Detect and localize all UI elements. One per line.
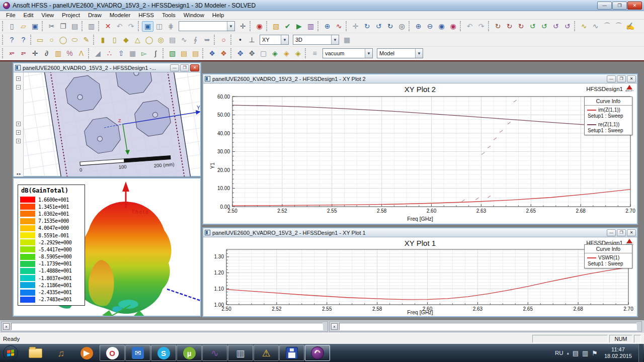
boundary-display-icon[interactable]: ◉ <box>254 21 265 32</box>
model-combo[interactable]: Model▼ <box>377 48 423 58</box>
media-player-icon[interactable]: ▶ <box>74 345 99 361</box>
minimize-button[interactable]: — <box>597 2 612 10</box>
modeler-minimize-button[interactable]: — <box>170 64 179 71</box>
modeler-close-button[interactable]: ✕ <box>190 64 199 71</box>
tree-expand-box[interactable]: + <box>16 139 21 143</box>
select-face-icon[interactable]: ◫ <box>153 21 165 32</box>
plot1-chart[interactable]: 2.502.522.552.582.602.632.652.682.701.00… <box>203 237 637 316</box>
zoom-selection-icon[interactable]: ◉ <box>447 21 459 32</box>
open-icon[interactable]: ▱ <box>18 21 29 32</box>
start-button[interactable] <box>2 345 22 361</box>
rotate-model-2-icon[interactable]: ↻ <box>504 21 515 32</box>
draw-sphere-icon[interactable]: ◯ <box>143 35 155 45</box>
plot2-chart[interactable]: 2.502.522.552.582.602.632.652.682.700.00… <box>203 83 637 224</box>
menu-item[interactable]: View <box>37 12 58 19</box>
toolbar-drag-handle[interactable] <box>2 48 5 58</box>
close-button[interactable]: ✕ <box>627 2 642 10</box>
toolbar-drag-handle[interactable] <box>2 21 5 31</box>
chevron-down-icon[interactable]: ▼ <box>415 49 423 58</box>
cable-tool-icon[interactable]: ∿ <box>202 345 227 361</box>
draw-sweep-icon[interactable]: ➥ <box>201 35 213 45</box>
non-model-icon[interactable]: ○ <box>218 35 229 45</box>
layers-icon[interactable]: ≡ <box>309 48 320 59</box>
rotate-axis-icon[interactable]: ↺ <box>373 21 384 32</box>
coord-z-icon[interactable]: z= <box>18 48 29 59</box>
arc-2-icon[interactable]: ⌒ <box>613 21 624 32</box>
menu-item[interactable]: Modeler <box>106 12 135 19</box>
delete-icon[interactable]: ✕ <box>102 21 114 32</box>
tray-icon[interactable]: ▤ <box>573 349 579 357</box>
integral-icon[interactable]: ∫ <box>150 48 162 59</box>
help-icon[interactable]: ? <box>6 35 18 45</box>
measure-icon[interactable]: ✛ <box>237 21 249 32</box>
sweep-setup-icon[interactable]: ▤ <box>190 48 201 59</box>
menu-item[interactable]: Project <box>58 12 84 19</box>
draw-plane-icon[interactable]: ⊥ <box>246 35 258 45</box>
plot2-maximize-button[interactable]: ❐ <box>617 75 626 82</box>
mail-icon[interactable]: ✉ <box>125 345 150 361</box>
validation-check-icon[interactable]: ✔ <box>282 21 293 32</box>
curve-2-icon[interactable]: ∿ <box>590 21 601 32</box>
mesh-blue-icon[interactable]: ❖ <box>206 48 218 59</box>
edit-points-icon[interactable]: ✍ <box>624 21 636 32</box>
orient-icon[interactable]: ↻ <box>384 21 396 32</box>
zoom-window-icon[interactable]: ◉ <box>436 21 447 32</box>
farfield-sphere-icon[interactable]: ◈ <box>269 48 281 59</box>
zoom-in-icon[interactable]: ⊕ <box>413 21 424 32</box>
windows-flag-icon[interactable] <box>3 345 18 360</box>
field-overlay-icon[interactable]: ✥ <box>246 48 258 59</box>
zoom-magnifier-icon[interactable]: ⊕ <box>321 21 333 32</box>
validate-icon[interactable]: ▧ <box>270 21 282 32</box>
menu-item[interactable]: File <box>2 12 20 19</box>
save-icon[interactable]: ▣ <box>29 21 41 32</box>
menu-item[interactable]: Edit <box>20 12 38 19</box>
plane-combo[interactable]: XY▼ <box>260 35 289 45</box>
histogram-icon[interactable]: ▥ <box>52 48 64 59</box>
arc-1-icon[interactable]: ⌒ <box>601 21 613 32</box>
draw-spiral-icon[interactable]: ∮ <box>190 35 201 45</box>
lambda-refine-icon[interactable]: Λ <box>75 48 87 59</box>
view-mode-combo[interactable]: 3D▼ <box>293 35 339 45</box>
spin-1-icon[interactable]: ↺ <box>527 21 538 32</box>
selection-combo[interactable]: ▼ <box>179 21 235 31</box>
message-panel-close-button[interactable]: x <box>3 323 10 330</box>
coord-x-icon[interactable]: x= <box>6 48 18 59</box>
spin-3-icon[interactable]: ↺ <box>550 21 561 32</box>
tree-expand-box[interactable]: + <box>16 122 21 126</box>
colored-spheres-icon[interactable]: ∴ <box>104 48 115 59</box>
arrow-up-icon[interactable]: ⇧ <box>115 48 127 59</box>
plot2-close-button[interactable]: ✕ <box>627 75 636 82</box>
show-desktop-button[interactable] <box>638 344 643 362</box>
draw-polyline-icon[interactable]: ✎ <box>80 35 92 45</box>
menu-item[interactable]: Help <box>208 12 228 19</box>
plot2-minimize-button[interactable]: — <box>607 75 616 82</box>
field-arrows-icon[interactable]: ✥ <box>234 48 246 59</box>
draw-segmented-icon[interactable]: ▤ <box>167 35 178 45</box>
menu-item[interactable]: Draw <box>84 12 106 19</box>
tray-chevron-icon[interactable]: ▴ <box>567 351 569 355</box>
select-object-icon[interactable]: ▣ <box>142 21 153 32</box>
mesh-orange-icon[interactable]: ❖ <box>218 48 229 59</box>
plot1-title-bar[interactable]: panelUVE2600_KVADRO_15V3_2 - HFSSDesign1… <box>203 228 637 237</box>
draw-ellipse-icon[interactable]: ◯ <box>57 35 69 45</box>
report-plot-icon[interactable]: ∿ <box>333 21 345 32</box>
rotate-view-icon[interactable]: ↻ <box>361 21 373 32</box>
chevron-down-icon[interactable]: ▼ <box>227 22 234 31</box>
tray-icon[interactable]: ▥ <box>582 349 588 357</box>
modeler-maximize-button[interactable]: ❐ <box>180 64 189 71</box>
draw-circle-icon[interactable]: ○ <box>46 35 57 45</box>
language-indicator[interactable]: RU <box>555 350 564 356</box>
draw-oval-icon[interactable]: ⬭ <box>69 35 80 45</box>
draw-box-icon[interactable]: ▮ <box>97 35 109 45</box>
floppy-app-icon[interactable] <box>279 345 304 361</box>
draw-cone-icon[interactable]: △ <box>132 35 143 45</box>
redo-icon[interactable]: ↷ <box>125 21 137 32</box>
modeler-title-bar[interactable]: panelUVE2600_KVADRO_15V3_2 - HFSSDesign1… <box>14 63 200 72</box>
copy-icon[interactable]: ❐ <box>57 21 69 32</box>
pan-icon[interactable]: ✛ <box>350 21 361 32</box>
results-icon[interactable]: ▥ <box>305 21 316 32</box>
progress-panel-close-button[interactable]: x <box>331 323 338 330</box>
grid-plane-icon[interactable]: ▦ <box>341 35 353 45</box>
derivative-icon[interactable]: ∂ <box>41 48 52 59</box>
solve-setup-icon[interactable]: ▤ <box>178 48 190 59</box>
